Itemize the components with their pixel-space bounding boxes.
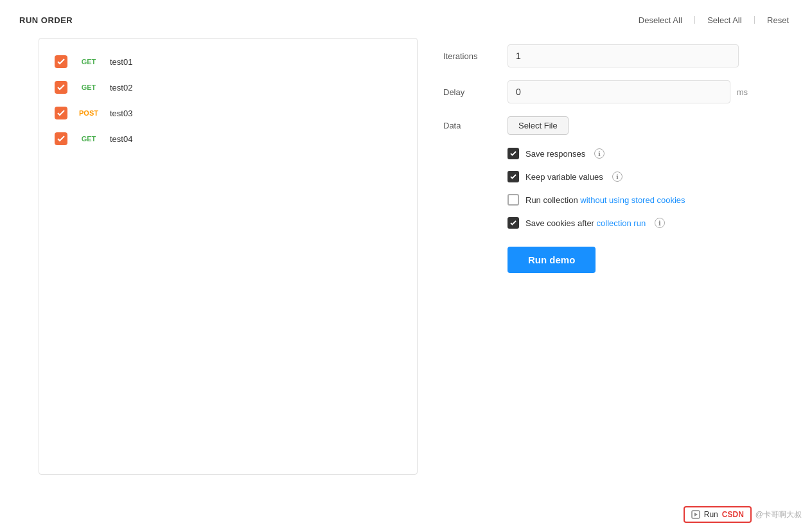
bottom-bar: Run CSDN @卡哥啊大叔 — [673, 501, 812, 528]
run-without-cookies-row: Run collection without using stored cook… — [443, 194, 748, 206]
save-responses-checkbox[interactable] — [508, 148, 519, 159]
table-row: GET test04 — [49, 126, 407, 152]
play-icon — [691, 510, 700, 519]
delay-label: Delay — [443, 87, 508, 97]
run-order-title: RUN ORDER — [19, 15, 73, 25]
run-without-cookies-link[interactable]: without using stored cookies — [580, 195, 685, 205]
save-responses-info-icon[interactable]: ℹ — [594, 148, 605, 159]
test03-name: test03 — [110, 109, 132, 118]
test02-name: test02 — [110, 83, 132, 92]
delay-unit: ms — [737, 87, 748, 97]
test04-name: test04 — [110, 134, 132, 144]
test02-checkbox[interactable] — [55, 81, 67, 94]
svg-marker-1 — [694, 513, 698, 516]
keep-variable-values-checkbox[interactable] — [508, 171, 519, 182]
main-content: GET test01 GET test02 POST test03 — [19, 38, 793, 494]
table-row: GET test02 — [49, 75, 407, 100]
deselect-all-button[interactable]: Deselect All — [635, 13, 686, 28]
test02-method: GET — [75, 84, 102, 91]
data-row: Data Select File — [443, 116, 748, 135]
test04-checkbox[interactable] — [55, 132, 67, 145]
keep-variable-values-info-icon[interactable]: ℹ — [612, 172, 622, 182]
page-wrapper: RUN ORDER Deselect All | Select All | Re… — [0, 0, 812, 528]
data-label: Data — [443, 121, 508, 130]
test01-method: GET — [75, 58, 102, 66]
test01-name: test01 — [110, 57, 132, 67]
keep-variable-values-row: Keep variable values ℹ — [443, 171, 748, 182]
save-responses-label: Save responses — [525, 149, 585, 159]
table-row: GET test01 — [49, 49, 407, 75]
test03-checkbox[interactable] — [55, 107, 67, 119]
header-actions: Deselect All | Select All | Reset — [635, 13, 793, 28]
save-cookies-link[interactable]: collection run — [597, 218, 646, 228]
save-cookies-label: Save cookies after collection run — [525, 218, 646, 228]
run-order-section: RUN ORDER Deselect All | Select All | Re… — [0, 0, 812, 507]
save-cookies-info-icon[interactable]: ℹ — [655, 218, 665, 228]
iterations-input[interactable] — [508, 44, 739, 67]
run-order-header: RUN ORDER Deselect All | Select All | Re… — [19, 13, 793, 28]
reset-button[interactable]: Reset — [763, 13, 793, 28]
save-cookies-row: Save cookies after collection run ℹ — [443, 217, 748, 229]
run-without-cookies-checkbox[interactable] — [508, 194, 519, 206]
test03-method: POST — [75, 109, 102, 117]
delay-row: Delay ms — [443, 80, 748, 103]
iterations-row: Iterations — [443, 44, 748, 67]
run-label: Run — [704, 510, 718, 519]
run-csdn-badge: Run CSDN — [684, 506, 752, 523]
save-cookies-checkbox[interactable] — [508, 217, 519, 229]
iterations-label: Iterations — [443, 51, 508, 61]
delay-input[interactable] — [508, 80, 730, 103]
select-file-button[interactable]: Select File — [508, 116, 569, 135]
watermark-text: @卡哥啊大叔 — [755, 509, 802, 520]
select-all-button[interactable]: Select All — [703, 13, 745, 28]
csdn-label: CSDN — [722, 510, 744, 519]
table-row: POST test03 — [49, 100, 407, 126]
test01-checkbox[interactable] — [55, 55, 67, 68]
config-panel: Iterations Delay ms Data Select File — [418, 38, 773, 475]
test04-method: GET — [75, 135, 102, 143]
test-list-panel: GET test01 GET test02 POST test03 — [39, 38, 418, 475]
run-without-cookies-label: Run collection without using stored cook… — [525, 195, 685, 205]
run-demo-button[interactable]: Run demo — [508, 247, 596, 273]
save-responses-row: Save responses ℹ — [443, 148, 748, 159]
keep-variable-values-label: Keep variable values — [525, 172, 603, 182]
